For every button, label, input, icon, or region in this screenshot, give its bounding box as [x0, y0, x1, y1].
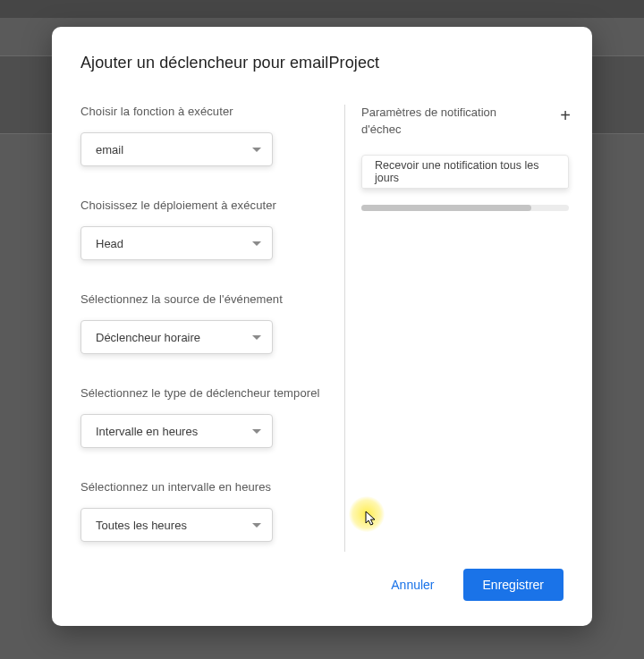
interval-label: Sélectionnez un intervalle en heures — [80, 480, 344, 494]
deployment-label: Choisissez le déploiement à exécuter — [80, 199, 344, 212]
cancel-button[interactable]: Annuler — [380, 569, 445, 601]
chevron-down-icon — [252, 241, 261, 246]
column-divider — [344, 105, 345, 552]
chevron-down-icon — [252, 148, 261, 152]
dialog-content: Choisir la fonction à exécuter email Cho… — [52, 105, 592, 558]
deployment-select[interactable]: Head — [80, 226, 273, 260]
event-source-select[interactable]: Déclencheur horaire — [80, 320, 273, 354]
scrollbar-thumb[interactable] — [361, 205, 531, 211]
trigger-type-label: Sélectionnez le type de déclencheur temp… — [80, 386, 344, 400]
chevron-down-icon — [252, 335, 261, 340]
chevron-down-icon — [252, 523, 261, 528]
save-button[interactable]: Enregistrer — [463, 569, 564, 601]
bg-top-bar — [0, 0, 644, 18]
add-notification-button[interactable]: + — [560, 105, 574, 124]
interval-value: Toutes les heures — [96, 519, 252, 532]
trigger-dialog: Ajouter un déclencheur pour emailProject… — [52, 27, 592, 626]
horizontal-scrollbar[interactable] — [361, 205, 569, 211]
trigger-type-select[interactable]: Intervalle en heures — [80, 414, 273, 448]
notification-header-row: Paramètres de notification d'échec + — [361, 105, 574, 139]
chevron-down-icon — [252, 429, 261, 434]
function-select[interactable]: email — [80, 132, 273, 166]
dialog-footer: Annuler Enregistrer — [52, 558, 592, 626]
notification-frequency-select[interactable]: Recevoir une notification tous les jours — [361, 155, 569, 189]
right-column: Paramètres de notification d'échec + Rec… — [361, 105, 574, 558]
notification-frequency-value: Recevoir une notification tous les jours — [375, 159, 557, 184]
deployment-select-value: Head — [96, 237, 252, 250]
notification-header: Paramètres de notification d'échec — [361, 105, 531, 139]
left-column: Choisir la fonction à exécuter email Cho… — [80, 105, 344, 558]
trigger-type-value: Intervalle en heures — [96, 425, 252, 438]
event-source-label: Sélectionnez la source de l'événement — [80, 292, 344, 306]
function-label: Choisir la fonction à exécuter — [80, 105, 344, 118]
interval-select[interactable]: Toutes les heures — [80, 508, 273, 542]
dialog-title: Ajouter un déclencheur pour emailProject — [52, 27, 592, 72]
event-source-value: Déclencheur horaire — [96, 331, 252, 344]
function-select-value: email — [96, 143, 252, 156]
